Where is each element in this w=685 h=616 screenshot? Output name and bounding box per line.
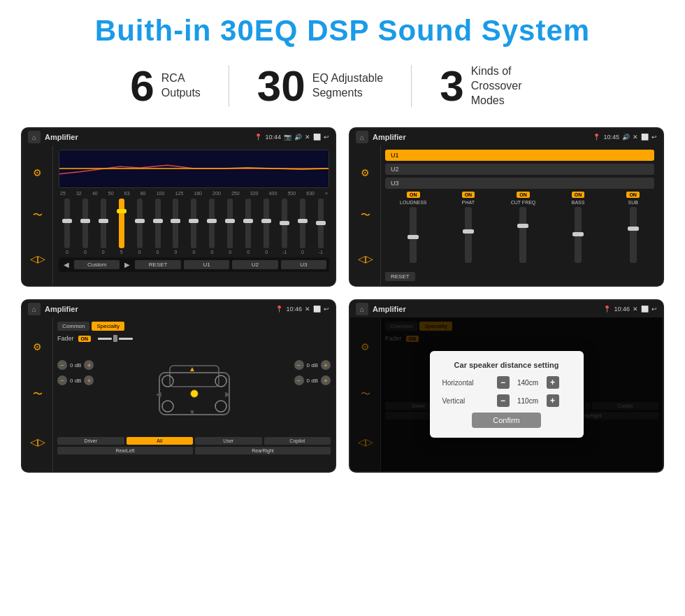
- horizontal-minus[interactable]: −: [497, 376, 510, 389]
- vol-icon-cross: 🔊: [622, 134, 630, 141]
- db-row-top-right: − 0 dB +: [294, 360, 331, 370]
- left-db-controls: − 0 dB + − 0 dB +: [57, 360, 94, 385]
- bass-slider[interactable]: [575, 207, 582, 263]
- cutfreq-slider[interactable]: [519, 207, 526, 263]
- home-icon-fader[interactable]: ⌂: [28, 303, 41, 315]
- cross-sidebar-icon-1[interactable]: ⚙: [356, 163, 375, 182]
- btn-driver[interactable]: Driver: [57, 437, 124, 445]
- status-icons-fader: 📍 10:46 ✕ ⬜ ↩: [275, 306, 329, 313]
- eq-slider-11[interactable]: 0: [264, 199, 269, 255]
- home-icon-dist[interactable]: ⌂: [356, 303, 368, 315]
- close-icon-cross: ✕: [633, 134, 638, 141]
- svg-point-10: [215, 375, 226, 387]
- preset-u2[interactable]: U2: [232, 260, 277, 269]
- freq-40: 40: [92, 191, 98, 196]
- eq-slider-12[interactable]: -1: [282, 199, 287, 255]
- eq-sidebar-icon-2[interactable]: 〜: [28, 206, 48, 225]
- phat-on[interactable]: ON: [462, 192, 475, 198]
- fader-on-badge[interactable]: ON: [78, 336, 92, 342]
- eq-slider-14[interactable]: -1: [318, 199, 324, 255]
- prev-arrow[interactable]: ◀: [62, 259, 71, 270]
- status-icons-dist: 📍 10:46 ✕ ⬜ ↩: [603, 306, 657, 313]
- tab-common[interactable]: Common: [57, 322, 89, 331]
- minus-btn-br[interactable]: −: [294, 375, 304, 385]
- cross-time: 10:45: [603, 134, 619, 141]
- eq-slider-2[interactable]: 0: [101, 199, 106, 255]
- phat-label: PHAT: [462, 200, 475, 205]
- eq-sidebar-icon-1[interactable]: ⚙: [28, 163, 48, 182]
- fader-sidebar-icon-2[interactable]: 〜: [28, 385, 48, 404]
- confirm-button[interactable]: Confirm: [472, 413, 541, 428]
- eq-sidebar-icon-3[interactable]: ◁▷: [28, 249, 48, 268]
- cross-tab-u3[interactable]: U3: [385, 178, 654, 189]
- car-icon: ▲ ▼ ◀ ▶: [152, 359, 236, 424]
- vertical-plus[interactable]: +: [547, 394, 559, 407]
- btn-rearright[interactable]: RearRight: [195, 447, 331, 454]
- cutfreq-on[interactable]: ON: [517, 192, 530, 198]
- preset-u1[interactable]: U1: [184, 260, 229, 269]
- eq-slider-1[interactable]: 0: [82, 199, 88, 255]
- eq-slider-0[interactable]: 0: [64, 199, 70, 255]
- crossover-screen-body: ⚙ 〜 ◁▷ U1 U2 U3 ON: [350, 145, 663, 285]
- eq-slider-9[interactable]: 0: [227, 199, 233, 255]
- fader-slider-left: [98, 338, 112, 340]
- eq-slider-7[interactable]: 0: [191, 199, 196, 255]
- plus-btn-tl[interactable]: +: [84, 360, 94, 370]
- cross-reset-btn[interactable]: RESET: [385, 272, 415, 281]
- eq-slider-5[interactable]: 0: [155, 199, 161, 255]
- bass-on[interactable]: ON: [572, 192, 585, 198]
- horizontal-plus[interactable]: +: [547, 376, 559, 389]
- home-icon[interactable]: ⌂: [28, 131, 41, 143]
- eq-slider-10[interactable]: 0: [245, 199, 251, 255]
- phat-slider[interactable]: [465, 207, 472, 263]
- plus-btn-br[interactable]: +: [321, 375, 331, 385]
- tab-specialty[interactable]: Specialty: [92, 322, 124, 331]
- eq-slider-13[interactable]: 0: [300, 199, 305, 255]
- dialog-title: Car speaker distance setting: [442, 361, 571, 369]
- status-bar-fader: ⌂ Amplifier 📍 10:46 ✕ ⬜ ↩: [22, 301, 335, 317]
- btn-rearleft[interactable]: RearLeft: [57, 447, 193, 454]
- loudness-slider[interactable]: [410, 207, 417, 263]
- home-icon-cross[interactable]: ⌂: [356, 131, 368, 143]
- cross-sidebar-icon-3[interactable]: ◁▷: [356, 249, 375, 268]
- btn-user[interactable]: User: [195, 437, 262, 445]
- minus-btn-tl[interactable]: −: [57, 360, 67, 370]
- eq-slider-4[interactable]: 0: [137, 199, 143, 255]
- svg-text:▶: ▶: [225, 390, 231, 398]
- minus-btn-bl[interactable]: −: [57, 375, 67, 385]
- status-bar-cross: ⌂ Amplifier 📍 10:45 🔊 ✕ ⬜ ↩: [350, 129, 663, 145]
- eq-slider-6[interactable]: 0: [173, 199, 178, 255]
- eq-slider-8[interactable]: 0: [209, 199, 215, 255]
- crossover-screen: ⌂ Amplifier 📍 10:45 🔊 ✕ ⬜ ↩ ⚙ 〜 ◁▷: [349, 127, 664, 287]
- fader-sidebar-icon-1[interactable]: ⚙: [28, 337, 48, 357]
- cutfreq-label: CUT FREQ: [511, 200, 536, 205]
- plus-btn-tr[interactable]: +: [321, 360, 331, 370]
- cross-bass: ON BASS: [553, 192, 604, 263]
- btn-all[interactable]: All: [127, 437, 194, 445]
- cross-tab-u2[interactable]: U2: [385, 164, 654, 175]
- sub-slider[interactable]: [630, 207, 637, 263]
- fader-slider-thumb[interactable]: [113, 335, 117, 342]
- eq-slider-3[interactable]: 5: [119, 199, 124, 255]
- bottom-btn-row: Driver All User Copilot: [57, 437, 331, 445]
- cross-tab-u1[interactable]: U1: [385, 150, 654, 161]
- next-arrow[interactable]: ▶: [122, 259, 132, 270]
- plus-btn-bl[interactable]: +: [84, 375, 94, 385]
- fader-label: Fader: [57, 335, 74, 342]
- back-icon-dist: ↩: [651, 306, 657, 313]
- btn-copilot[interactable]: Copilot: [264, 437, 331, 445]
- vertical-minus[interactable]: −: [497, 394, 510, 407]
- distance-dialog: Car speaker distance setting Horizontal …: [430, 351, 584, 438]
- preset-custom[interactable]: Custom: [74, 260, 120, 269]
- fader-sidebar-icon-3[interactable]: ◁▷: [28, 432, 48, 452]
- svg-text:◀: ◀: [156, 390, 161, 398]
- cross-sidebar-icon-2[interactable]: 〜: [356, 206, 375, 225]
- sub-on[interactable]: ON: [626, 192, 640, 198]
- preset-reset[interactable]: RESET: [135, 260, 180, 269]
- freq-32: 32: [76, 191, 82, 196]
- freq-400: 400: [269, 191, 277, 196]
- preset-u3[interactable]: U3: [281, 260, 326, 269]
- loudness-on[interactable]: ON: [407, 192, 420, 198]
- cross-sub: ON SUB: [607, 192, 658, 263]
- minus-btn-tr[interactable]: −: [294, 360, 304, 370]
